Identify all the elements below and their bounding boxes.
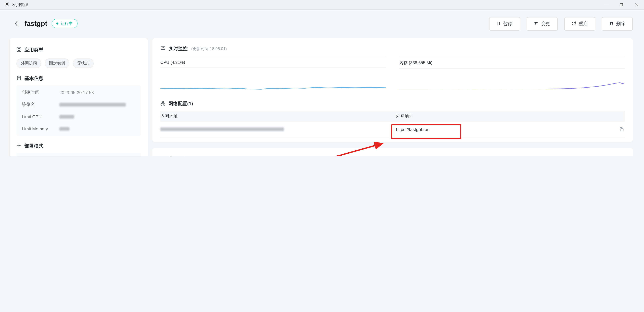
- network-table-row: https://fastgpt.run: [160, 122, 625, 137]
- external-url[interactable]: https://fastgpt.run: [396, 127, 625, 132]
- monitor-icon: [160, 46, 166, 52]
- network-section-title: 网络配置(1): [160, 101, 625, 107]
- tag-fixed-instance: 固定实例: [44, 58, 70, 68]
- back-button[interactable]: [12, 19, 20, 29]
- limit-memory-redacted-value: [60, 127, 70, 130]
- maximize-button[interactable]: [614, 0, 629, 10]
- instance-count: 2 个实例: [608, 155, 625, 156]
- restart-icon: [571, 21, 576, 27]
- info-row-limit-cpu: Limit CPU: [16, 111, 141, 123]
- monitoring-charts: CPU (4.31%) 内存 (338.655 Mi): [160, 57, 625, 95]
- network-table-header: 内网地址 外网地址: [160, 111, 625, 122]
- close-button[interactable]: [629, 0, 644, 10]
- network-icon: [160, 101, 166, 107]
- delete-button-label: 删除: [616, 21, 625, 27]
- info-row-image-name: 镜像名: [16, 98, 141, 111]
- image-name-redacted-value: [60, 103, 126, 106]
- tag-stateless: 无状态: [73, 58, 94, 68]
- app-type-section-title: 应用类型: [16, 47, 141, 53]
- info-row-create-time: 创建时间 2023-05-30 17:58: [16, 86, 141, 98]
- app-details-panel: 应用类型 外网访问 固定实例 无状态 基本信息 创建时间 2023-05-30 …: [10, 38, 148, 156]
- window-titlebar: 应用管理: [0, 0, 644, 10]
- header-actions: 暂停 变更 重启 删除: [489, 17, 632, 31]
- deploy-mode-block: 实例数: [16, 153, 141, 156]
- create-time-value: 2023-05-30 17:58: [60, 90, 94, 95]
- screen: 应用管理 fastgpt 运行中 暂停: [0, 0, 644, 156]
- cpu-chart: [160, 67, 386, 94]
- instances-section-title: 实例列表: [160, 155, 187, 156]
- grid-icon: [16, 47, 22, 53]
- pause-button[interactable]: 暂停: [489, 17, 520, 31]
- copy-icon[interactable]: [619, 127, 624, 133]
- restart-button-label: 重启: [579, 21, 588, 27]
- cpu-chart-panel: CPU (4.31%): [160, 57, 386, 95]
- status-badge-label: 运行中: [61, 21, 73, 26]
- monitoring-section-title: 实时监控 (更新时间 18:06:01): [160, 46, 625, 52]
- update-time: (更新时间 18:06:01): [191, 46, 227, 52]
- col-internal-address: 内网地址: [160, 113, 396, 119]
- window-title: 应用管理: [12, 2, 28, 8]
- basic-info-section-title: 基本信息: [16, 76, 141, 82]
- page-header: fastgpt 运行中: [12, 17, 78, 30]
- limit-cpu-redacted-value: [60, 115, 74, 118]
- pause-icon: [496, 21, 500, 26]
- network-table: 内网地址 外网地址 https://fastgpt.run: [160, 111, 625, 137]
- app-type-tags: 外网访问 固定实例 无状态: [16, 58, 141, 68]
- app-gear-icon: [5, 2, 10, 8]
- memory-chart-label: 内存 (338.655 Mi): [399, 60, 625, 66]
- memory-chart: [399, 68, 625, 95]
- instances-panel: 实例列表 2 个实例 实例名 状态 重启次数 启动时长 CPU 内存 操作 fa…: [152, 148, 633, 156]
- crosshair-icon: [16, 143, 22, 149]
- list-icon: [160, 155, 166, 156]
- status-dot-icon: [56, 23, 58, 25]
- monitoring-panel: 实时监控 (更新时间 18:06:01) CPU (4.31%) 内存 (338…: [152, 38, 633, 142]
- internal-address-redacted: [160, 127, 284, 131]
- minimize-button[interactable]: [599, 0, 614, 10]
- status-badge: 运行中: [52, 19, 78, 28]
- info-row-limit-memory: Limit Memory: [16, 123, 141, 135]
- document-icon: [16, 76, 22, 82]
- info-row-instance-count: 实例数: [16, 154, 141, 156]
- deploy-mode-section-title: 部署模式: [16, 143, 141, 149]
- memory-chart-panel: 内存 (338.655 Mi): [399, 57, 625, 95]
- cpu-chart-label: CPU (4.31%): [160, 60, 386, 65]
- page-title: fastgpt: [24, 20, 47, 27]
- col-external-address: 外网地址: [396, 113, 625, 119]
- restart-button[interactable]: 重启: [564, 17, 595, 31]
- change-button[interactable]: 变更: [526, 17, 558, 31]
- basic-info-block: 创建时间 2023-05-30 17:58 镜像名 Limit CPU Limi…: [16, 85, 141, 136]
- delete-icon: [609, 21, 614, 27]
- change-icon: [534, 21, 538, 27]
- change-button-label: 变更: [541, 21, 550, 27]
- pause-button-label: 暂停: [503, 21, 512, 27]
- tag-external-access: 外网访问: [16, 58, 41, 68]
- delete-button[interactable]: 删除: [602, 17, 632, 31]
